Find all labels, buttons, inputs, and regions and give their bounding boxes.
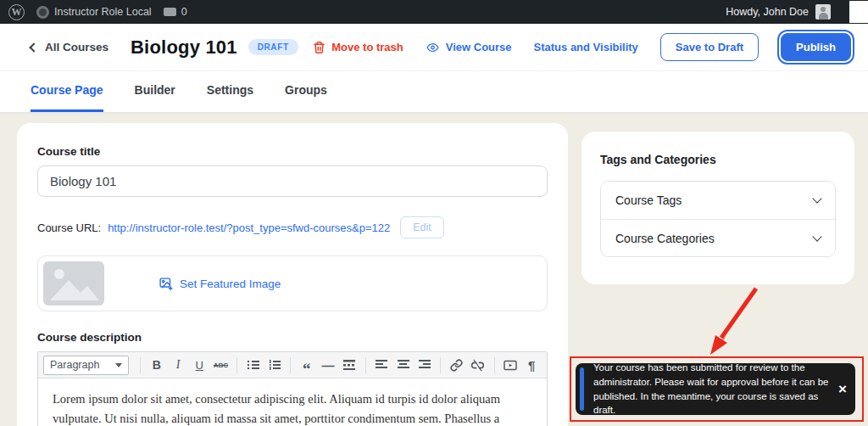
align-right-button[interactable] xyxy=(415,355,434,375)
tab-groups[interactable]: Groups xyxy=(285,83,327,112)
underline-button[interactable]: U xyxy=(190,355,209,375)
toast-close-button[interactable]: × xyxy=(838,382,847,396)
toast-accent-bar xyxy=(580,367,584,411)
chevron-down-icon xyxy=(812,232,821,241)
toolbar-divider xyxy=(440,357,441,373)
chevron-down-icon xyxy=(812,193,821,203)
course-title-label: Course title xyxy=(37,145,548,158)
view-course-label: View Course xyxy=(446,41,512,53)
toolbar-divider xyxy=(290,357,291,373)
site-name-label: Instructor Role Local xyxy=(54,6,152,18)
set-featured-image-label: Set Featured Image xyxy=(180,277,281,290)
course-tags-accordion[interactable]: Course Tags xyxy=(601,182,835,219)
scrollbar[interactable] xyxy=(849,1,868,23)
align-center-button[interactable] xyxy=(393,355,413,375)
back-label: All Courses xyxy=(45,41,108,53)
bold-glyph: B xyxy=(153,358,161,372)
comments-menu[interactable]: 0 xyxy=(164,6,187,18)
horizontal-rule-icon: — xyxy=(322,358,335,373)
unlink-icon xyxy=(471,359,484,372)
bold-button[interactable]: B xyxy=(147,355,166,375)
read-more-button[interactable] xyxy=(340,355,359,375)
page-title: Biology 101 xyxy=(131,36,237,59)
taxonomy-accordion: Course Tags Course Categories xyxy=(600,181,836,257)
align-right-icon xyxy=(419,360,431,370)
review-toast-notification: Your course has been submitted for revie… xyxy=(576,363,855,415)
remove-link-button[interactable] xyxy=(468,355,487,375)
course-tags-label: Course Tags xyxy=(615,193,682,207)
chevron-left-icon xyxy=(29,42,38,52)
course-header: All Courses Biology 101 DRAFT Move to tr… xyxy=(0,24,868,71)
bullet-list-button[interactable] xyxy=(243,355,263,375)
comment-icon xyxy=(164,8,176,16)
strikethrough-button[interactable]: ABC xyxy=(211,355,231,375)
course-tabs: Course Page Builder Settings Groups xyxy=(0,71,868,113)
edit-url-button[interactable]: Edit xyxy=(400,216,444,238)
toast-message: Your course has been submitted for revie… xyxy=(593,361,832,418)
paragraph-format-value: Paragraph xyxy=(50,359,99,371)
user-avatar xyxy=(815,4,831,20)
course-description-label: Course description xyxy=(37,331,548,344)
course-categories-label: Course Categories xyxy=(615,232,715,245)
bullet-list-icon xyxy=(248,360,259,370)
align-left-button[interactable] xyxy=(372,355,392,375)
toolbar-toggle-button[interactable]: ¶ xyxy=(522,355,542,375)
howdy-label: Howdy, John Doe xyxy=(726,6,809,18)
wp-admin-bar: W Instructor Role Local 0 Howdy, John Do… xyxy=(0,0,868,24)
editor-toolbar: Paragraph B I U ABC “ — xyxy=(38,352,547,378)
move-to-trash-label: Move to trash xyxy=(331,41,403,53)
course-url-link[interactable]: http://instructor-role.test/?post_type=s… xyxy=(108,221,390,234)
video-icon xyxy=(504,360,517,371)
pilcrow-icon: ¶ xyxy=(528,358,535,373)
description-text[interactable]: Lorem ipsum dolor sit amet, consectetur … xyxy=(38,378,547,426)
view-course-button[interactable]: View Course xyxy=(426,41,512,53)
tab-settings[interactable]: Settings xyxy=(207,83,253,112)
wp-logo-menu[interactable]: W xyxy=(8,4,25,20)
italic-button[interactable]: I xyxy=(168,355,187,375)
status-and-visibility-button[interactable]: Status and Visibility xyxy=(534,41,638,53)
insert-video-button[interactable] xyxy=(501,355,520,375)
align-center-icon xyxy=(398,360,409,370)
tab-builder[interactable]: Builder xyxy=(135,83,175,112)
image-placeholder xyxy=(43,261,104,305)
my-account-menu[interactable]: Howdy, John Doe xyxy=(726,4,831,20)
status-badge: DRAFT xyxy=(248,39,298,55)
featured-image-box: Set Featured Image xyxy=(37,255,548,311)
status-and-visibility-label: Status and Visibility xyxy=(534,41,638,53)
paragraph-format-select[interactable]: Paragraph xyxy=(43,356,129,375)
site-name-menu[interactable]: Instructor Role Local xyxy=(36,6,152,19)
tab-course-page[interactable]: Course Page xyxy=(31,83,103,112)
blockquote-icon: “ xyxy=(303,366,311,373)
save-to-draft-button[interactable]: Save to Draft xyxy=(660,33,759,61)
toolbar-divider xyxy=(365,357,366,373)
tags-categories-heading: Tags and Categories xyxy=(600,153,836,166)
site-icon xyxy=(36,6,49,19)
italic-glyph: I xyxy=(176,358,181,372)
description-editor: Paragraph B I U ABC “ — xyxy=(37,351,548,426)
tags-categories-card: Tags and Categories Course Tags Course C… xyxy=(581,132,854,284)
caret-down-icon xyxy=(115,363,122,371)
course-title-input[interactable] xyxy=(37,165,548,197)
wordpress-logo-icon: W xyxy=(8,4,25,20)
back-to-all-courses[interactable]: All Courses xyxy=(31,41,108,53)
set-featured-image-button[interactable]: Set Featured Image xyxy=(159,277,281,291)
read-more-icon xyxy=(343,360,355,370)
eye-icon xyxy=(426,42,440,53)
toolbar-divider xyxy=(494,357,495,373)
toolbar-divider xyxy=(140,357,141,373)
course-categories-accordion[interactable]: Course Categories xyxy=(601,219,835,256)
align-left-icon xyxy=(376,360,387,370)
publish-button[interactable]: Publish xyxy=(781,33,851,61)
trash-icon xyxy=(313,41,326,54)
horizontal-rule-button[interactable]: — xyxy=(318,355,337,375)
insert-link-button[interactable] xyxy=(447,355,466,375)
numbered-list-button[interactable] xyxy=(264,355,284,375)
app-window: W Instructor Role Local 0 Howdy, John Do… xyxy=(0,0,868,426)
move-to-trash-button[interactable]: Move to trash xyxy=(313,41,403,54)
link-icon xyxy=(450,359,463,372)
numbered-list-icon xyxy=(269,360,281,370)
strikethrough-glyph: ABC xyxy=(214,362,228,369)
underline-glyph: U xyxy=(196,359,203,372)
blockquote-button[interactable]: “ xyxy=(297,355,316,375)
course-page-card: Course title Course URL: http://instruct… xyxy=(17,123,568,426)
